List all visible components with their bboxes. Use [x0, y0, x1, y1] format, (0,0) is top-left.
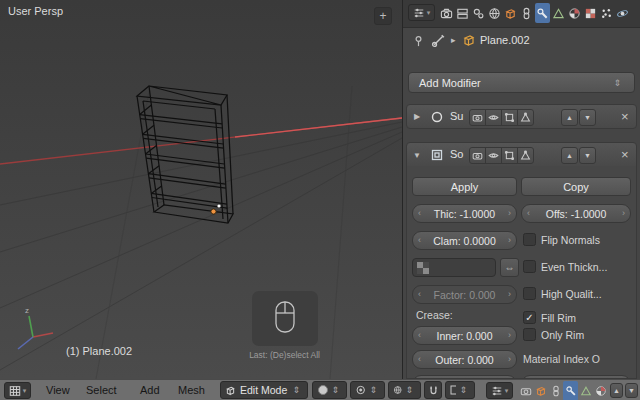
pivot-point-dropdown[interactable]: ⇕: [350, 381, 385, 399]
decrement-arrow-icon[interactable]: ‹: [418, 236, 421, 245]
increment-arrow-icon[interactable]: ›: [508, 331, 511, 340]
add-modifier-button[interactable]: Add Modifier ⇕: [408, 72, 635, 93]
expand-triangle-icon[interactable]: ▼: [413, 151, 421, 160]
camera-icon: [520, 385, 532, 397]
bottom-tab-material[interactable]: [593, 381, 608, 400]
modifier-name[interactable]: Su: [450, 110, 463, 122]
flip-normals-checkbox[interactable]: [523, 233, 536, 246]
viewport-shading-dropdown[interactable]: ⇕: [312, 381, 347, 399]
context-tabs: [439, 3, 630, 23]
mode-dropdown[interactable]: Edit Mode ⇕: [220, 381, 308, 399]
editmode-visibility-toggle[interactable]: [501, 109, 518, 126]
tab-texture[interactable]: [583, 3, 598, 23]
decrement-arrow-icon[interactable]: ‹: [527, 209, 530, 218]
header-scroll-right-button[interactable]: ▼: [625, 383, 638, 398]
move-modifier-down-button[interactable]: ▼: [579, 109, 596, 126]
increment-arrow-icon[interactable]: ›: [508, 209, 511, 218]
proportional-editing-dropdown[interactable]: ⇕: [388, 381, 421, 399]
factor-field-disabled: ‹ Factor: 0.000 ›: [412, 285, 517, 304]
selected-vertex[interactable]: [217, 204, 220, 207]
render-visibility-toggle[interactable]: [469, 109, 486, 126]
vertex-group-field[interactable]: [412, 258, 496, 277]
high-quality-checkbox[interactable]: [523, 287, 536, 300]
tab-physics[interactable]: [615, 3, 630, 23]
tab-world[interactable]: [487, 3, 502, 23]
delete-modifier-button[interactable]: ×: [621, 108, 629, 125]
copy-button[interactable]: Copy: [521, 177, 631, 196]
thickness-field[interactable]: ‹ Thic: -1.0000 ›: [412, 204, 517, 223]
tab-modifiers[interactable]: [535, 3, 550, 23]
offset-field[interactable]: ‹ Offs: -1.0000 ›: [521, 204, 631, 223]
move-modifier-up-button[interactable]: ▲: [561, 147, 578, 164]
down-arrow-icon: ▼: [628, 387, 635, 394]
bottom-tab-object-data[interactable]: [578, 381, 593, 400]
camera-icon: [472, 150, 483, 161]
invert-vertex-group-button[interactable]: ⇔: [500, 258, 519, 277]
3d-viewport[interactable]: z User Persp + (1) Plane.002 Last: (De)s…: [0, 0, 402, 379]
menu-view[interactable]: View: [46, 384, 70, 396]
viewport-visibility-toggle[interactable]: [485, 109, 502, 126]
editor-type-button-3dview[interactable]: ▾: [4, 382, 31, 399]
decrement-arrow-icon[interactable]: ‹: [418, 355, 421, 364]
move-modifier-down-button[interactable]: ▼: [579, 147, 596, 164]
delete-modifier-button[interactable]: ×: [621, 146, 629, 163]
editmode-visibility-toggle[interactable]: [501, 147, 518, 164]
tab-object-data[interactable]: [551, 3, 566, 23]
snap-toggle[interactable]: [424, 381, 442, 399]
select-arrows-icon: ⇕: [289, 385, 303, 395]
pin-icon[interactable]: [412, 34, 425, 48]
cage-toggle[interactable]: [517, 147, 534, 164]
tab-particles[interactable]: [599, 3, 614, 23]
editor-type-button[interactable]: ▾: [408, 4, 435, 21]
menu-add[interactable]: Add: [140, 384, 160, 396]
bottom-tab-modifiers[interactable]: [563, 381, 578, 400]
modifier-name[interactable]: So: [450, 148, 463, 160]
cage-toggle[interactable]: [517, 109, 534, 126]
decrement-arrow-icon[interactable]: ‹: [418, 209, 421, 218]
tab-material[interactable]: [567, 3, 582, 23]
tab-constraints[interactable]: [519, 3, 534, 23]
only-rim-checkbox[interactable]: [523, 328, 536, 341]
expand-triangle-icon[interactable]: ▶: [414, 112, 420, 121]
fill-rim-checkbox[interactable]: ✓: [523, 311, 536, 324]
crease-inner-field[interactable]: ‹ Inner: 0.000 ›: [412, 326, 517, 345]
tab-render[interactable]: [439, 3, 454, 23]
viewport-canvas[interactable]: z: [0, 0, 402, 379]
viewport-visibility-toggle[interactable]: [485, 147, 502, 164]
bottom-tab-constraints[interactable]: [548, 381, 563, 400]
fill-rim-label: Fill Rim: [541, 312, 576, 324]
wrench-icon: [536, 7, 549, 20]
increment-arrow-icon[interactable]: ›: [508, 236, 511, 245]
render-visibility-toggle[interactable]: [469, 147, 486, 164]
apply-button[interactable]: Apply: [412, 177, 517, 196]
breadcrumb-object-name[interactable]: Plane.002: [480, 34, 530, 46]
tab-object[interactable]: [503, 3, 518, 23]
material-sphere-icon: [568, 7, 581, 20]
crease-outer-field[interactable]: ‹ Outer: 0.000 ›: [412, 350, 517, 369]
decrement-arrow-icon[interactable]: ‹: [418, 331, 421, 340]
bottom-tab-render[interactable]: [518, 381, 533, 400]
clamp-value: Clam: 0.0000: [433, 235, 495, 247]
modifier-panel-subsurf: ▶ Su ▲ ▼ ×: [406, 104, 637, 129]
bottom-tab-object[interactable]: [533, 381, 548, 400]
mesh-wireframe[interactable]: [137, 86, 233, 223]
magnet-icon: [428, 385, 439, 396]
editmode-icon: [504, 112, 515, 123]
snap-element-dropdown[interactable]: ⇕: [445, 381, 475, 399]
clamp-field[interactable]: ‹ Clam: 0.0000 ›: [412, 231, 517, 250]
tab-scene[interactable]: [471, 3, 486, 23]
menu-mesh[interactable]: Mesh: [178, 384, 205, 396]
only-rim-label: Only Rim: [541, 329, 584, 341]
even-thickness-checkbox[interactable]: [523, 260, 536, 273]
tab-render-layers[interactable]: [455, 3, 470, 23]
region-plus-handle[interactable]: +: [374, 7, 392, 25]
move-modifier-up-button[interactable]: ▲: [561, 109, 578, 126]
increment-arrow-icon[interactable]: ›: [508, 355, 511, 364]
increment-arrow-icon[interactable]: ›: [622, 209, 625, 218]
world-icon: [488, 7, 501, 20]
select-arrows-icon: ⇕: [328, 385, 342, 395]
menu-select[interactable]: Select: [86, 384, 117, 396]
header-scroll-left-button[interactable]: ▲: [610, 383, 623, 398]
editor-type-button-properties[interactable]: ▾: [486, 382, 513, 399]
factor-value: Factor: 0.000: [434, 289, 496, 301]
